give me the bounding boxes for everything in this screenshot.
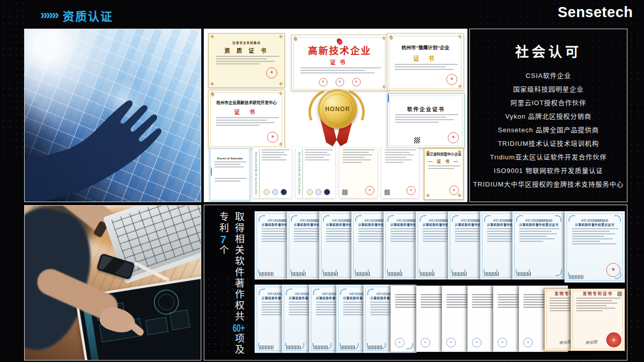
blue-seal-icon	[421, 338, 430, 347]
dot-pattern	[0, 0, 23, 160]
chevrons-icon: »»»	[40, 8, 57, 21]
red-seal-icon	[446, 74, 457, 85]
accreditation-logo-icon	[272, 189, 278, 195]
certificate-subtitle: — 证 书 —	[425, 158, 463, 164]
green-stamp-icon	[211, 167, 212, 176]
text-line	[214, 178, 247, 179]
text-line	[216, 63, 260, 64]
headline-text: 个	[218, 245, 228, 256]
text-line	[294, 236, 322, 237]
certificate-of-registration: CERTIFICATE OF REGISTRATION	[253, 148, 292, 198]
text-line	[358, 241, 382, 242]
barcode	[259, 272, 274, 276]
certificate-hitech-enterprise: 高新技术企业 证书	[291, 35, 388, 91]
text-line	[262, 157, 281, 158]
accreditation-logo-icon	[315, 189, 321, 195]
text-line	[216, 120, 267, 121]
certificate-body-lines	[571, 298, 624, 311]
certificate-software-enterprise: 软件企业证书	[387, 93, 465, 148]
tablet-widget	[145, 317, 169, 335]
text-line	[519, 233, 557, 234]
certificate-body-lines	[567, 228, 622, 244]
accreditation-logo-icon	[307, 189, 313, 195]
certificate-side-label: CERTIFICATE OF REGISTRATION	[255, 152, 258, 195]
social-item: 阿里云IOT授权合作伙伴	[470, 96, 627, 110]
text-line	[576, 310, 603, 311]
invention-patent-certificate: 发明专利证书 申长雨	[571, 289, 625, 351]
blue-seal-icon	[498, 338, 507, 347]
text-line	[216, 58, 267, 59]
certificate-body-lines	[425, 165, 463, 169]
red-emblem-seal-icon	[606, 332, 621, 347]
text-line	[216, 125, 260, 126]
commissioner-signature: 申长雨	[558, 339, 571, 345]
text-line	[446, 307, 470, 308]
text-line	[519, 228, 560, 229]
patents-headline: 取得相关软件著作权共60+项及 专利7个	[215, 212, 247, 356]
certificate-body-lines	[381, 149, 419, 163]
photo-touchscreen-wall	[24, 29, 201, 202]
text-line	[423, 236, 451, 237]
text-line	[343, 149, 375, 150]
text-line	[395, 117, 447, 118]
text-line	[572, 228, 618, 229]
red-seal-icon	[267, 132, 278, 143]
text-line	[343, 157, 365, 158]
page-title: 资质认证	[62, 7, 113, 24]
text-line	[576, 308, 615, 309]
text-line	[385, 154, 414, 155]
certificate-authority: 中华人民共和国国家版权局	[570, 218, 620, 221]
patents-certificates-row: 中华人民共和国国家版权局 计算机软件著作权登记证书 中华人民共和国国家版权局 计…	[255, 285, 625, 353]
text-line	[395, 119, 454, 120]
certificate-quality: 信息安全系统集成 资 质 证 书	[208, 33, 285, 88]
blue-seal-icon	[395, 338, 405, 347]
text-line	[395, 122, 439, 123]
certificate-body-lines	[302, 149, 335, 160]
text-line	[523, 307, 547, 308]
certificate-subtitle: 证 书	[387, 54, 463, 62]
text-line	[472, 307, 496, 308]
certificate-title: 计算机软件著作权登记证书	[567, 222, 622, 227]
blue-seal-icon	[446, 338, 456, 347]
certificate-rnd-center: 杭州市企业高新技术研究开发中心 证 书	[208, 90, 285, 148]
text-line	[572, 241, 600, 242]
blue-seal-icon	[472, 338, 481, 347]
text-line	[358, 236, 386, 237]
text-line	[394, 69, 454, 70]
text-line	[572, 231, 610, 232]
text-line	[394, 64, 458, 65]
qr-code	[384, 190, 390, 195]
text-line	[262, 241, 286, 242]
text-line	[572, 233, 615, 234]
slide: { "header": { "chevrons": "»»»", "title"…	[0, 0, 644, 362]
copyright-certificates-row: 中华人民共和国国家版权局 计算机软件著作权登记证书 中华人民共和国国家版权局 计…	[255, 211, 625, 283]
software-copyright-certificate: 中华人民共和国国家版权局 计算机软件著作权登记证书	[565, 211, 625, 283]
text-line	[394, 66, 446, 67]
text-line	[572, 238, 613, 239]
text-line	[428, 165, 460, 166]
red-seal-icon	[606, 263, 620, 277]
blue-seal-icon	[523, 338, 533, 347]
text-line	[572, 236, 604, 237]
social-item: Sensetech 品牌全国产品提供商	[470, 123, 627, 137]
text-line	[262, 236, 290, 237]
patent-count: 7	[217, 234, 229, 245]
text-line	[576, 300, 612, 301]
certificate-body-lines	[211, 161, 249, 167]
text-line	[421, 307, 445, 308]
text-line	[390, 236, 419, 237]
text-line	[385, 157, 407, 158]
social-title: 社会认可	[470, 41, 627, 61]
text-line	[343, 162, 362, 163]
text-line	[519, 238, 555, 239]
certificate-power-of-attorney: Power of Attorney	[209, 148, 251, 201]
text-line	[385, 152, 410, 153]
certificate-body-lines	[209, 117, 284, 126]
certificate-body-lines	[388, 114, 464, 123]
red-seal-icon	[448, 132, 459, 143]
qr-code	[617, 292, 622, 296]
text-line	[572, 243, 616, 244]
social-item: ISO9001 物联网软件开发质量认证	[470, 164, 627, 177]
red-seal-icon	[352, 78, 361, 86]
medal-disc: HONOR	[318, 89, 357, 129]
